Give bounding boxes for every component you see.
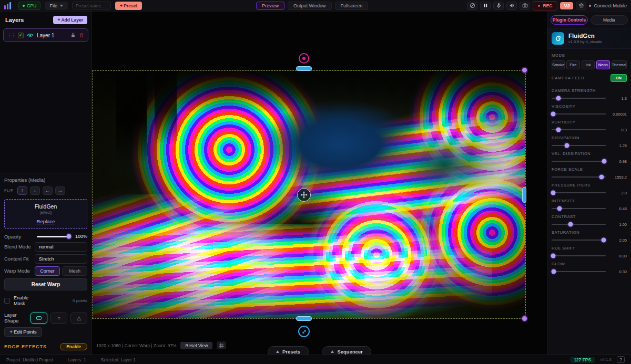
- arrow-up-icon: ↑: [21, 188, 24, 193]
- edit-points-button[interactable]: + Edit Points: [4, 327, 42, 337]
- slider-camera-strength: CAMERA STRENGTH1.3: [552, 88, 627, 101]
- tab-fullscreen[interactable]: Fullscreen: [335, 2, 369, 10]
- mode-button-ink[interactable]: Ink: [582, 60, 595, 69]
- tab-plugin-controls[interactable]: Plugin Controls: [551, 15, 588, 25]
- slider-track[interactable]: [552, 240, 606, 241]
- audio-button[interactable]: [506, 2, 517, 10]
- enable-mask-row: EnableMask 0 points: [4, 295, 87, 307]
- blend-mode-row: Blend Mode normal: [4, 242, 87, 252]
- warp-mode-corner-button[interactable]: Corner: [35, 266, 60, 276]
- camera-feed-toggle[interactable]: ON: [610, 74, 627, 82]
- source-type: (effect): [5, 210, 87, 215]
- tab-media[interactable]: Media: [591, 15, 628, 25]
- corner-handle-top-right[interactable]: [521, 67, 528, 74]
- layer-shape-square-button[interactable]: [30, 313, 47, 324]
- preset-name-input[interactable]: [72, 2, 111, 9]
- slider-track[interactable]: [552, 145, 606, 146]
- slider-hue-shift: HUE SHIFT0.00: [552, 246, 627, 259]
- slider-track[interactable]: [552, 224, 606, 225]
- slider-thumb[interactable]: [556, 128, 561, 132]
- layer-row[interactable]: ⋮⋮ ✓ Layer 1: [3, 28, 88, 42]
- slider-track[interactable]: [552, 161, 606, 162]
- settings-button[interactable]: [576, 2, 586, 10]
- lock-icon[interactable]: [70, 33, 76, 38]
- edge-handle-right[interactable]: [522, 187, 526, 203]
- slider-thumb[interactable]: [602, 159, 606, 164]
- mic-button[interactable]: [493, 2, 504, 10]
- reset-warp-button[interactable]: Reset Warp: [4, 278, 87, 290]
- slider-track[interactable]: [552, 255, 606, 256]
- camera-button[interactable]: [520, 2, 530, 10]
- tab-output-window[interactable]: Output Window: [288, 2, 332, 10]
- corner-handle-bottom-right[interactable]: [521, 315, 528, 322]
- warp-mode-mesh-button[interactable]: Mesh: [62, 266, 87, 276]
- layer-shape-triangle-button[interactable]: △: [70, 313, 87, 324]
- slider-thumb[interactable]: [556, 96, 561, 101]
- mode-button-smoke[interactable]: Smoke: [552, 60, 565, 69]
- layer-shape-circle-button[interactable]: ○: [50, 313, 67, 324]
- move-handle-icon[interactable]: [297, 188, 311, 202]
- drag-handle-icon[interactable]: ⋮⋮: [7, 33, 15, 38]
- tab-preview[interactable]: Preview: [256, 2, 284, 10]
- file-menu-button[interactable]: File: [45, 2, 68, 10]
- slider-label: CAMERA STRENGTH: [552, 88, 627, 93]
- rec-dot-icon: [538, 5, 540, 7]
- add-layer-button[interactable]: + Add Layer: [53, 16, 87, 24]
- flip-arrow-up-button[interactable]: ↑: [17, 186, 27, 195]
- chevron-up-icon: [331, 350, 334, 353]
- topbar-icon-buttons: [467, 2, 530, 10]
- flip-arrow-down-button[interactable]: ↓: [30, 186, 40, 195]
- slider-track[interactable]: [552, 208, 606, 209]
- content-fit-select[interactable]: Stretch: [35, 254, 87, 264]
- slider-thumb[interactable]: [599, 175, 604, 180]
- enable-mask-checkbox[interactable]: [4, 298, 10, 304]
- opacity-slider-thumb[interactable]: [67, 234, 72, 239]
- scale-handle-icon[interactable]: [298, 326, 310, 337]
- slider-track[interactable]: [552, 192, 606, 193]
- view-tabs: Preview Output Window Fullscreen: [256, 2, 368, 10]
- edge-effects-enable-button[interactable]: Enable: [60, 343, 87, 350]
- slider-thumb[interactable]: [568, 222, 573, 227]
- slider-label: FORCE SCALE: [552, 167, 627, 172]
- plugin-panel-tabs: Plugin Controls Media: [547, 12, 631, 28]
- blend-mode-select[interactable]: normal: [35, 242, 87, 252]
- slider-thumb[interactable]: [552, 269, 556, 274]
- layers-title: Layers: [5, 17, 24, 23]
- edge-handle-bottom[interactable]: [296, 316, 312, 321]
- timer-button[interactable]: [467, 2, 477, 10]
- canvas-area: 1920 x 1080 | Corner Warp | Zoom: 97% Re…: [92, 12, 547, 355]
- slider-track[interactable]: [552, 113, 606, 115]
- mode-button-fire[interactable]: Fire: [566, 60, 579, 69]
- mode-button-thermal[interactable]: Thermal: [612, 60, 627, 69]
- edge-handle-top[interactable]: [296, 66, 312, 71]
- opacity-slider[interactable]: [37, 234, 70, 239]
- mode-button-neon[interactable]: Neon: [596, 60, 609, 69]
- slider-thumb[interactable]: [551, 191, 556, 195]
- flip-arrow-left-button[interactable]: ←: [43, 186, 53, 195]
- slider-thumb[interactable]: [601, 238, 606, 243]
- slider-thumb[interactable]: [551, 254, 556, 258]
- rotate-handle-icon[interactable]: [299, 53, 309, 64]
- flip-arrow-right-button[interactable]: →: [55, 186, 65, 195]
- connect-mobile-button[interactable]: Connect Mobile: [589, 3, 627, 8]
- add-preset-button[interactable]: + Preset: [115, 2, 142, 10]
- layer-checkbox[interactable]: ✓: [18, 33, 24, 38]
- help-button[interactable]: ?: [617, 356, 625, 363]
- slider-thumb[interactable]: [564, 143, 569, 148]
- slider-thumb[interactable]: [551, 112, 556, 117]
- rec-button[interactable]: REC: [533, 1, 557, 11]
- slider-value: 2.0: [609, 191, 627, 195]
- delete-layer-icon[interactable]: [79, 33, 84, 38]
- slider-thumb[interactable]: [557, 206, 562, 211]
- layer-shape-label: Layer Shape: [4, 312, 27, 324]
- vj-button[interactable]: VJ: [560, 2, 573, 9]
- slider-track[interactable]: [552, 98, 606, 99]
- plugin-panel: Plugin Controls Media FluidGen v1.0.5 by…: [547, 12, 631, 355]
- slider-track[interactable]: [552, 176, 606, 178]
- slider-track[interactable]: [552, 129, 606, 130]
- pause-button[interactable]: [480, 2, 491, 10]
- visibility-eye-icon[interactable]: [27, 33, 34, 38]
- replace-link[interactable]: Replace: [37, 219, 55, 224]
- slider-track[interactable]: [552, 271, 606, 272]
- warp-mode-row: Warp Mode Corner Mesh: [4, 266, 87, 276]
